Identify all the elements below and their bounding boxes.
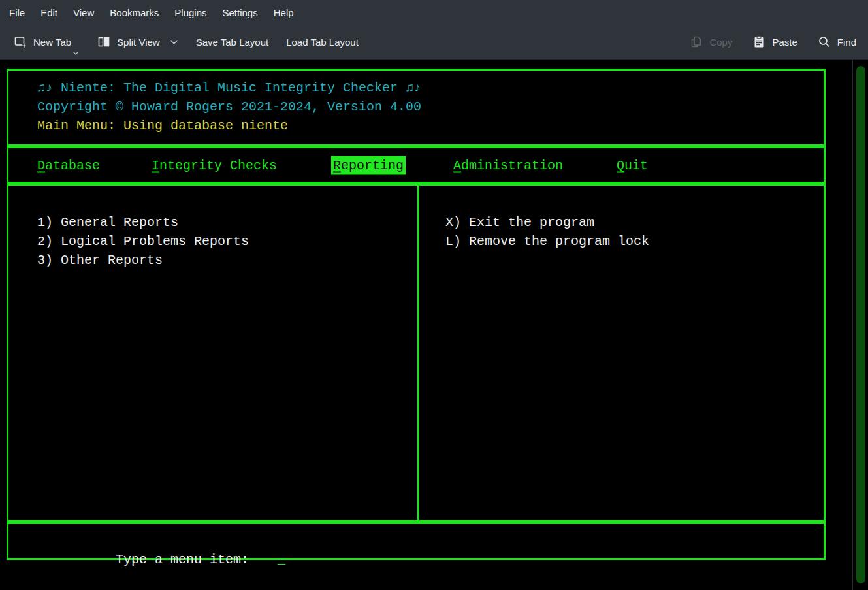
tui-menu-bar: Database Integrity Checks Reporting Admi… xyxy=(7,146,826,184)
load-tab-layout-label: Load Tab Layout xyxy=(286,37,359,48)
tui-menu-reporting[interactable]: Reporting xyxy=(331,156,406,174)
menu-view[interactable]: View xyxy=(73,7,94,18)
paste-label: Paste xyxy=(772,37,797,48)
terminal-viewport[interactable]: ♫♪ Niente: The Digital Music Integrity C… xyxy=(0,60,868,590)
action-remove-program-lock[interactable]: L) Remove the program lock xyxy=(445,232,824,251)
tui-menu-database[interactable]: Database xyxy=(37,156,100,174)
tui-prompt-box: Type a menu item:_ xyxy=(7,522,826,560)
submenu-item-logical-problems-reports[interactable]: 2) Logical Problems Reports xyxy=(37,232,417,251)
split-view-dropdown-icon[interactable] xyxy=(170,39,178,45)
window-toolbar: New Tab Split View Save Ta xyxy=(0,25,868,60)
find-button[interactable]: Find xyxy=(817,35,856,49)
tui-menu-integrity-checks[interactable]: Integrity Checks xyxy=(152,156,277,174)
terminal-scrollbar[interactable] xyxy=(852,60,868,590)
tui-panels-box: 1) General Reports 2) Logical Problems R… xyxy=(7,184,826,522)
new-tab-label: New Tab xyxy=(33,37,71,48)
submenu-item-other-reports[interactable]: 3) Other Reports xyxy=(37,251,417,270)
menu-help[interactable]: Help xyxy=(274,7,294,18)
paste-button[interactable]: Paste xyxy=(752,35,797,49)
new-tab-button[interactable]: New Tab xyxy=(13,35,71,49)
load-tab-layout-button[interactable]: Load Tab Layout xyxy=(286,37,359,48)
copy-label: Copy xyxy=(709,37,732,48)
new-tab-icon xyxy=(13,35,27,49)
reports-submenu-panel: 1) General Reports 2) Logical Problems R… xyxy=(8,186,417,520)
search-icon xyxy=(817,35,831,49)
tui-menu-administration[interactable]: Administration xyxy=(453,156,563,174)
niente-tui: ♫♪ Niente: The Digital Music Integrity C… xyxy=(7,69,826,560)
menu-file[interactable]: File xyxy=(9,7,25,18)
scrollbar-thumb[interactable] xyxy=(856,66,865,583)
menu-settings[interactable]: Settings xyxy=(223,7,258,18)
paste-icon xyxy=(752,35,766,49)
split-view-button[interactable]: Split View xyxy=(97,35,178,49)
menu-edit[interactable]: Edit xyxy=(40,7,57,18)
tui-header-box: ♫♪ Niente: The Digital Music Integrity C… xyxy=(7,69,826,146)
menu-bookmarks[interactable]: Bookmarks xyxy=(110,7,159,18)
app-title: ♫♪ Niente: The Digital Music Integrity C… xyxy=(37,78,824,97)
split-view-icon xyxy=(97,35,111,49)
menu-plugins[interactable]: Plugins xyxy=(174,7,206,18)
split-view-label: Split View xyxy=(117,37,160,48)
tui-menu-quit[interactable]: Quit xyxy=(617,156,648,174)
copyright-line: Copyright © Howard Rogers 2021-2024, Ver… xyxy=(37,97,824,116)
new-tab-dropdown-icon[interactable] xyxy=(72,51,79,56)
toolbar-right-group: Copy Paste xyxy=(669,35,856,49)
copy-button[interactable]: Copy xyxy=(689,35,732,49)
text-cursor[interactable]: _ xyxy=(278,552,285,567)
submenu-item-general-reports[interactable]: 1) General Reports xyxy=(37,213,417,232)
action-exit-program[interactable]: X) Exit the program xyxy=(445,213,824,232)
copy-icon xyxy=(689,35,703,49)
konsole-window: File Edit View Bookmarks Plugins Setting… xyxy=(0,0,868,590)
save-tab-layout-label: Save Tab Layout xyxy=(196,37,268,48)
status-line: Main Menu: Using database niente xyxy=(37,116,824,135)
save-tab-layout-button[interactable]: Save Tab Layout xyxy=(196,37,268,48)
global-actions-panel: X) Exit the program L) Remove the progra… xyxy=(419,186,824,520)
window-menubar: File Edit View Bookmarks Plugins Setting… xyxy=(0,0,868,25)
find-label: Find xyxy=(837,37,856,48)
prompt-label: Type a menu item: xyxy=(116,552,249,567)
